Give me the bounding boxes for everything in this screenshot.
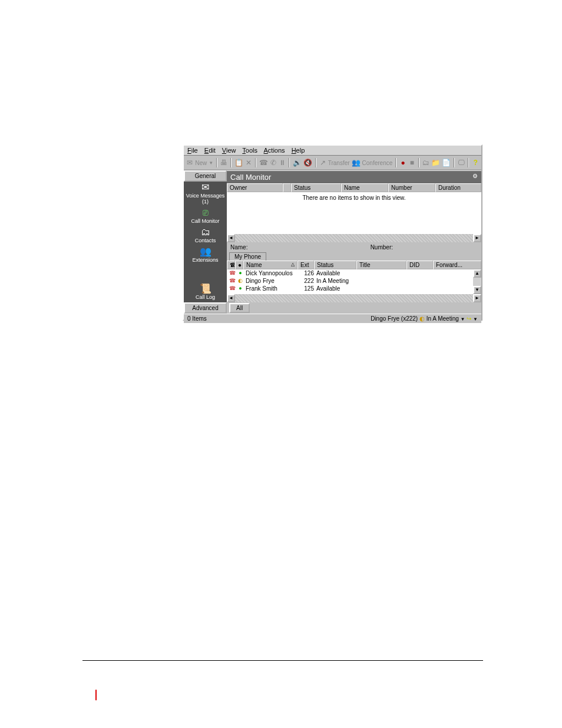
sidebar-label-callmon: Call Monitor (184, 218, 227, 224)
print-icon[interactable]: 🖶 (220, 158, 227, 167)
conference-icon: 👥 (352, 158, 361, 167)
ext-number: 126 (299, 269, 315, 277)
phone-icon: ☎ (228, 277, 236, 285)
tab-my-phone[interactable]: My Phone (229, 252, 266, 261)
col-ext-status[interactable]: Status (314, 261, 356, 269)
ext-number: 222 (299, 277, 315, 285)
tool2-icon[interactable]: 📁 (431, 158, 440, 167)
copy-icon[interactable]: 📋 (234, 158, 243, 167)
menu-actions[interactable]: Actions (264, 147, 285, 154)
tool1-icon[interactable]: 🗂 (422, 158, 429, 167)
col-status[interactable]: Status (291, 183, 341, 192)
tool3-icon[interactable]: 📄 (442, 158, 451, 167)
sidebar-label-contacts: Contacts (184, 238, 227, 243)
sidebar-item-contacts[interactable]: 🗂 Contacts (184, 226, 227, 246)
col-forward[interactable]: Forward... (433, 261, 481, 269)
mid-bar: Name: Number: (227, 242, 481, 252)
ext-scroll-v[interactable]: ▲ ▼ (473, 269, 481, 294)
ext-row[interactable]: ☎ ● Frank Smith 125 Available (227, 285, 481, 292)
menu-tools[interactable]: Tools (242, 147, 257, 154)
ext-row[interactable]: ☎ ● Dick Yannopoulos 126 Available (227, 269, 481, 277)
ext-scroll-h[interactable]: ◄ ► (227, 294, 481, 302)
sidebar-item-call-monitor[interactable]: ⎚ Call Monitor (184, 207, 227, 226)
transfer-button[interactable]: Transfer (328, 160, 350, 166)
scroll-up-icon[interactable]: ▲ (473, 269, 481, 278)
col-title[interactable]: Title (356, 261, 406, 269)
delete-icon[interactable]: ✕ (245, 158, 252, 167)
scroll-right-icon[interactable]: ► (473, 234, 481, 242)
col-did[interactable]: DID (406, 261, 433, 269)
sidebar-item-voice-messages[interactable]: ✉ Voice Messages (1) (184, 182, 227, 207)
status-right: Dingo Frye (x222) ◐ In A Meeting ▼ ↪ ▼ (371, 315, 478, 322)
sidebar: General ✉ Voice Messages (1) ⎚ Call Moni… (184, 170, 227, 314)
col-ext-name[interactable]: Name △ (243, 261, 297, 269)
ext-number: 125 (299, 285, 315, 292)
scroll-down-icon[interactable]: ▼ (473, 286, 481, 294)
ext-name: Dick Yannopoulos (244, 269, 299, 277)
phone-icon: ☎ (228, 285, 236, 292)
menu-view[interactable]: View (222, 147, 236, 154)
hold-icon[interactable]: ⏸ (279, 158, 286, 167)
sidebar-item-call-log[interactable]: 📜 Call Log (184, 265, 227, 302)
scroll-left-icon[interactable]: ◄ (227, 294, 235, 302)
transfer-icon: ↗ (319, 158, 326, 167)
phone-tabs: My Phone (227, 252, 481, 261)
call-columns: Owner Status Name Number Duration (227, 183, 481, 192)
scroll-left-icon[interactable]: ◄ (227, 234, 235, 242)
col-duration[interactable]: Duration (435, 183, 481, 192)
footer-tabs: All (227, 302, 481, 314)
content-pane: Call Monitor ⚙ Owner Status Name Number … (227, 170, 481, 314)
ext-row[interactable]: ☎ ◐ Dingo Frye 222 In A Meeting (227, 277, 481, 285)
col-owner[interactable]: Owner (227, 183, 283, 192)
col-name[interactable]: Name (341, 183, 388, 192)
monitor-icon: ⎚ (184, 208, 227, 218)
status-forward-icon[interactable]: ↪ (467, 315, 471, 322)
mute-icon[interactable]: 🔇 (303, 158, 312, 167)
col-blank[interactable] (283, 183, 291, 192)
col-number[interactable]: Number (388, 183, 435, 192)
ext-status: In A Meeting (315, 277, 358, 285)
col-dial-icon[interactable]: ☎ (227, 261, 235, 269)
status-user: Dingo Frye (x222) (371, 315, 418, 322)
sidebar-item-extensions[interactable]: 👥 Extensions (184, 246, 227, 265)
call-list: There are no items to show in this view. (227, 192, 481, 234)
new-icon[interactable]: ✉ (186, 158, 193, 167)
phone-icon: ☎ (228, 269, 236, 277)
conference-button[interactable]: Conference (362, 160, 393, 166)
status-presence[interactable]: In A Meeting (427, 315, 459, 322)
hangup-icon[interactable]: ✆ (270, 158, 277, 167)
sidebar-tab-general[interactable]: General (184, 170, 227, 182)
menu-bar: File Edit View Tools Actions Help (184, 146, 481, 156)
status-items: 0 Items (187, 315, 207, 322)
call-log-icon: 📜 (184, 284, 227, 294)
new-button[interactable]: New (195, 160, 207, 166)
extensions-list: ☎ ● Dick Yannopoulos 126 Available ☎ ◐ D… (227, 269, 481, 294)
scroll-right-icon[interactable]: ► (473, 294, 481, 302)
name-label: Name: (230, 244, 247, 251)
ext-status: Available (315, 285, 358, 292)
ext-status: Available (315, 269, 358, 277)
status-bar: 0 Items Dingo Frye (x222) ◐ In A Meeting… (184, 314, 481, 323)
tab-all[interactable]: All (229, 303, 250, 313)
divider-line (82, 660, 483, 661)
col-ext[interactable]: Ext (297, 261, 314, 269)
help-icon[interactable]: ? (472, 158, 479, 167)
sidebar-label-ext: Extensions (184, 257, 227, 263)
menu-edit[interactable]: Edit (204, 147, 216, 154)
speaker-icon[interactable]: 🔊 (293, 158, 302, 167)
sidebar-label-voice: Voice Messages (1) (184, 193, 227, 205)
section-settings-icon[interactable]: ⚙ (472, 173, 478, 182)
red-marker (95, 690, 97, 700)
sidebar-tab-advanced[interactable]: Advanced (184, 302, 227, 314)
presence-available-icon: ● (236, 285, 244, 292)
menu-file[interactable]: File (187, 147, 198, 154)
col-presence-icon[interactable]: ● (235, 261, 243, 269)
stop-icon[interactable]: ■ (408, 158, 415, 167)
record-icon[interactable]: ● (399, 158, 406, 167)
presence-busy-icon: ◐ (236, 277, 244, 285)
tool4-icon[interactable]: 🖵 (458, 158, 465, 167)
dial-icon[interactable]: ☎ (259, 158, 268, 167)
section-title: Call Monitor (230, 173, 271, 182)
call-scroll-h[interactable]: ◄ ► (227, 234, 481, 242)
menu-help[interactable]: Help (292, 147, 305, 154)
